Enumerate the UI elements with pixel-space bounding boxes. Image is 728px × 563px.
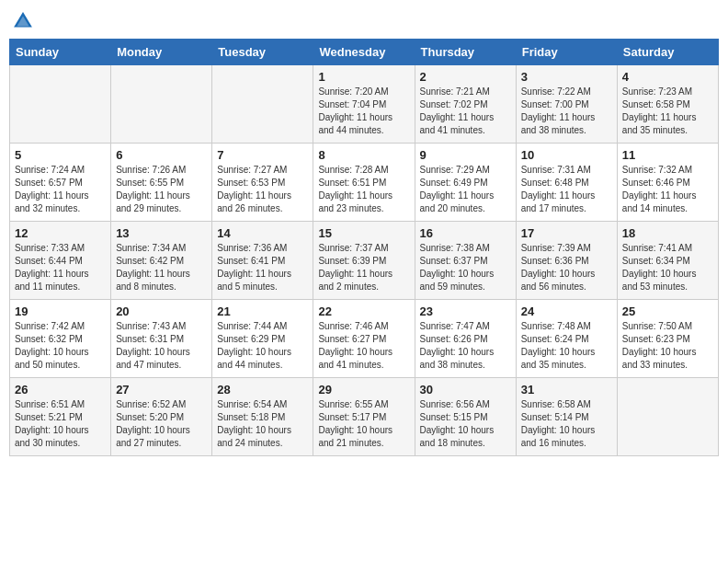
day-number: 24 (521, 304, 612, 318)
day-cell: 11Sunrise: 7:32 AM Sunset: 6:46 PM Dayli… (617, 144, 718, 222)
day-cell: 4Sunrise: 7:23 AM Sunset: 6:58 PM Daylig… (617, 65, 718, 144)
day-info: Sunrise: 6:51 AM Sunset: 5:21 PM Dayligh… (15, 398, 106, 450)
day-cell: 22Sunrise: 7:46 AM Sunset: 6:27 PM Dayli… (313, 300, 415, 378)
day-info: Sunrise: 7:37 AM Sunset: 6:39 PM Dayligh… (318, 242, 409, 293)
day-cell: 23Sunrise: 7:47 AM Sunset: 6:26 PM Dayli… (415, 300, 516, 378)
day-cell (212, 65, 313, 144)
day-cell: 6Sunrise: 7:26 AM Sunset: 6:55 PM Daylig… (111, 144, 212, 222)
day-number: 15 (318, 226, 409, 240)
day-number: 25 (622, 304, 713, 318)
day-cell: 29Sunrise: 6:55 AM Sunset: 5:17 PM Dayli… (313, 378, 415, 456)
day-cell (10, 65, 111, 144)
day-cell: 25Sunrise: 7:50 AM Sunset: 6:23 PM Dayli… (617, 300, 718, 378)
day-info: Sunrise: 7:27 AM Sunset: 6:53 PM Dayligh… (217, 164, 308, 215)
week-row-2: 5Sunrise: 7:24 AM Sunset: 6:57 PM Daylig… (10, 144, 719, 222)
day-number: 5 (15, 148, 106, 162)
day-info: Sunrise: 6:54 AM Sunset: 5:18 PM Dayligh… (217, 398, 308, 450)
day-cell (111, 65, 212, 144)
header-cell-tuesday: Tuesday (212, 40, 313, 65)
day-cell: 14Sunrise: 7:36 AM Sunset: 6:41 PM Dayli… (212, 222, 313, 300)
day-number: 19 (15, 304, 106, 318)
day-info: Sunrise: 7:50 AM Sunset: 6:23 PM Dayligh… (622, 320, 713, 372)
day-info: Sunrise: 6:52 AM Sunset: 5:20 PM Dayligh… (116, 398, 207, 450)
week-row-5: 26Sunrise: 6:51 AM Sunset: 5:21 PM Dayli… (10, 378, 719, 456)
day-cell: 27Sunrise: 6:52 AM Sunset: 5:20 PM Dayli… (111, 378, 212, 456)
day-info: Sunrise: 7:28 AM Sunset: 6:51 PM Dayligh… (318, 164, 409, 215)
day-number: 22 (318, 304, 409, 318)
day-cell: 16Sunrise: 7:38 AM Sunset: 6:37 PM Dayli… (415, 222, 516, 300)
day-number: 28 (217, 383, 308, 396)
day-cell: 12Sunrise: 7:33 AM Sunset: 6:44 PM Dayli… (10, 222, 111, 300)
day-number: 18 (622, 226, 713, 240)
day-cell: 3Sunrise: 7:22 AM Sunset: 7:00 PM Daylig… (516, 65, 617, 144)
header-cell-sunday: Sunday (10, 40, 111, 65)
day-number: 21 (217, 304, 308, 318)
header-cell-wednesday: Wednesday (313, 40, 415, 65)
day-number: 30 (420, 383, 511, 396)
header-row: SundayMondayTuesdayWednesdayThursdayFrid… (10, 40, 719, 65)
header-cell-friday: Friday (516, 40, 617, 65)
day-cell: 2Sunrise: 7:21 AM Sunset: 7:02 PM Daylig… (415, 65, 516, 144)
day-info: Sunrise: 7:34 AM Sunset: 6:42 PM Dayligh… (116, 242, 207, 293)
day-cell: 21Sunrise: 7:44 AM Sunset: 6:29 PM Dayli… (212, 300, 313, 378)
week-row-3: 12Sunrise: 7:33 AM Sunset: 6:44 PM Dayli… (10, 222, 719, 300)
day-number: 23 (420, 304, 511, 318)
day-cell: 8Sunrise: 7:28 AM Sunset: 6:51 PM Daylig… (313, 144, 415, 222)
day-cell: 20Sunrise: 7:43 AM Sunset: 6:31 PM Dayli… (111, 300, 212, 378)
day-cell: 13Sunrise: 7:34 AM Sunset: 6:42 PM Dayli… (111, 222, 212, 300)
day-number: 6 (116, 148, 207, 162)
header-cell-monday: Monday (111, 40, 212, 65)
day-info: Sunrise: 7:31 AM Sunset: 6:48 PM Dayligh… (521, 164, 612, 215)
day-cell: 10Sunrise: 7:31 AM Sunset: 6:48 PM Dayli… (516, 144, 617, 222)
day-number: 31 (521, 383, 612, 396)
day-info: Sunrise: 7:22 AM Sunset: 7:00 PM Dayligh… (521, 86, 612, 137)
day-info: Sunrise: 7:29 AM Sunset: 6:49 PM Dayligh… (420, 164, 511, 215)
day-info: Sunrise: 7:23 AM Sunset: 6:58 PM Dayligh… (622, 86, 713, 137)
day-info: Sunrise: 6:55 AM Sunset: 5:17 PM Dayligh… (318, 398, 409, 450)
day-info: Sunrise: 7:21 AM Sunset: 7:02 PM Dayligh… (420, 86, 511, 137)
day-cell: 31Sunrise: 6:58 AM Sunset: 5:14 PM Dayli… (516, 378, 617, 456)
day-info: Sunrise: 7:33 AM Sunset: 6:44 PM Dayligh… (15, 242, 106, 293)
day-number: 7 (217, 148, 308, 162)
day-cell: 1Sunrise: 7:20 AM Sunset: 7:04 PM Daylig… (313, 65, 415, 144)
day-cell: 18Sunrise: 7:41 AM Sunset: 6:34 PM Dayli… (617, 222, 718, 300)
day-info: Sunrise: 6:56 AM Sunset: 5:15 PM Dayligh… (420, 398, 511, 450)
day-number: 17 (521, 226, 612, 240)
day-cell: 19Sunrise: 7:42 AM Sunset: 6:32 PM Dayli… (10, 300, 111, 378)
day-cell: 28Sunrise: 6:54 AM Sunset: 5:18 PM Dayli… (212, 378, 313, 456)
day-info: Sunrise: 7:32 AM Sunset: 6:46 PM Dayligh… (622, 164, 713, 215)
day-number: 8 (318, 148, 409, 162)
day-cell: 26Sunrise: 6:51 AM Sunset: 5:21 PM Dayli… (10, 378, 111, 456)
day-info: Sunrise: 7:26 AM Sunset: 6:55 PM Dayligh… (116, 164, 207, 215)
page-header (9, 9, 719, 31)
day-info: Sunrise: 7:36 AM Sunset: 6:41 PM Dayligh… (217, 242, 308, 293)
week-row-4: 19Sunrise: 7:42 AM Sunset: 6:32 PM Dayli… (10, 300, 719, 378)
day-info: Sunrise: 7:48 AM Sunset: 6:24 PM Dayligh… (521, 320, 612, 372)
day-number: 3 (521, 70, 612, 84)
day-info: Sunrise: 7:47 AM Sunset: 6:26 PM Dayligh… (420, 320, 511, 372)
day-number: 9 (420, 148, 511, 162)
day-info: Sunrise: 7:20 AM Sunset: 7:04 PM Dayligh… (318, 86, 409, 137)
day-number: 26 (15, 383, 106, 396)
header-cell-saturday: Saturday (617, 40, 718, 65)
logo-icon (13, 11, 33, 31)
day-info: Sunrise: 7:24 AM Sunset: 6:57 PM Dayligh… (15, 164, 106, 215)
day-number: 16 (420, 226, 511, 240)
day-number: 12 (15, 226, 106, 240)
day-cell (617, 378, 718, 456)
day-info: Sunrise: 7:39 AM Sunset: 6:36 PM Dayligh… (521, 242, 612, 293)
day-number: 13 (116, 226, 207, 240)
calendar-header: SundayMondayTuesdayWednesdayThursdayFrid… (10, 40, 719, 65)
day-cell: 30Sunrise: 6:56 AM Sunset: 5:15 PM Dayli… (415, 378, 516, 456)
day-info: Sunrise: 7:46 AM Sunset: 6:27 PM Dayligh… (318, 320, 409, 372)
day-cell: 15Sunrise: 7:37 AM Sunset: 6:39 PM Dayli… (313, 222, 415, 300)
day-cell: 5Sunrise: 7:24 AM Sunset: 6:57 PM Daylig… (10, 144, 111, 222)
day-cell: 24Sunrise: 7:48 AM Sunset: 6:24 PM Dayli… (516, 300, 617, 378)
day-number: 10 (521, 148, 612, 162)
day-number: 2 (420, 70, 511, 84)
day-number: 27 (116, 383, 207, 396)
header-cell-thursday: Thursday (415, 40, 516, 65)
week-row-1: 1Sunrise: 7:20 AM Sunset: 7:04 PM Daylig… (10, 65, 719, 144)
day-info: Sunrise: 7:41 AM Sunset: 6:34 PM Dayligh… (622, 242, 713, 293)
day-number: 1 (318, 70, 409, 84)
